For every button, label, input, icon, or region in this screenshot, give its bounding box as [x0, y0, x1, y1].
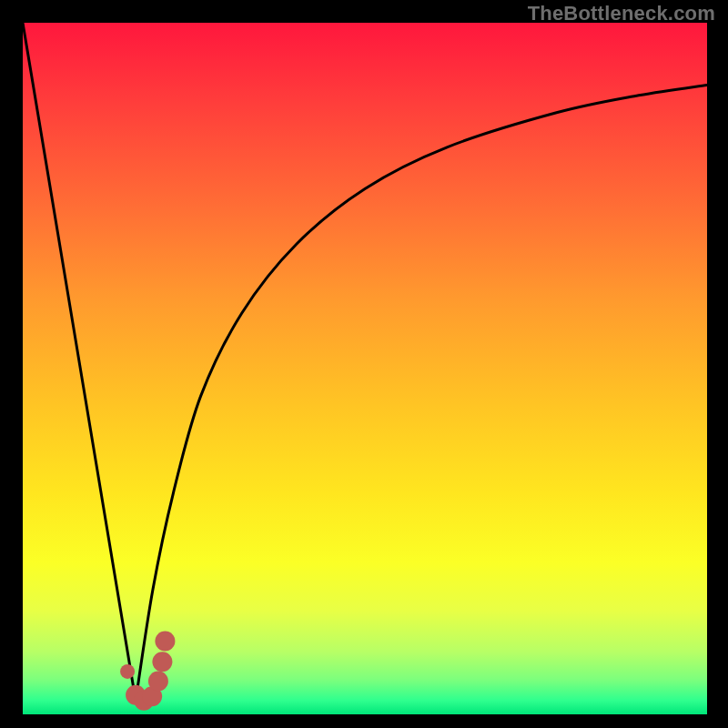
curve-left-branch	[23, 23, 136, 701]
chart-plot-area	[23, 23, 707, 714]
marker-dot	[152, 652, 172, 672]
curve-right-branch	[136, 85, 707, 700]
marker-dot	[148, 672, 168, 692]
watermark-text: TheBottleneck.com	[528, 2, 715, 25]
chart-svg	[23, 23, 707, 714]
marker-cluster	[120, 631, 175, 710]
marker-dot	[120, 664, 135, 679]
marker-dot	[155, 631, 175, 651]
